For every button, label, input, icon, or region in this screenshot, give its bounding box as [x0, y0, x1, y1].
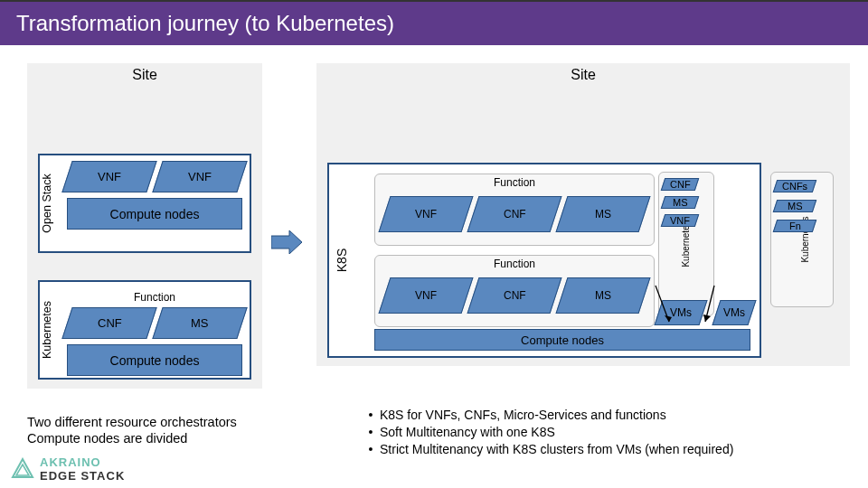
right-site-panel: Site K8S Function VNF CNF MS Function VN… [316, 63, 850, 366]
compute-nodes-bar: Compute nodes [67, 198, 242, 230]
bullet-row: •K8S for VNFs, CNFs, Micro-Services and … [362, 407, 733, 424]
svg-marker-5 [13, 459, 33, 477]
function-label: Function [375, 174, 654, 189]
k8s-box: K8S Function VNF CNF MS Function VNF CNF… [327, 163, 761, 358]
bullet-row: •Strict Multitenancy with K8S clusters f… [362, 441, 733, 458]
cnf-box: CNF [61, 307, 156, 339]
compute-nodes-bar: Compute nodes [374, 329, 750, 351]
right-site-label: Site [316, 63, 850, 87]
logo-text: EDGE STACK [40, 469, 125, 483]
svg-marker-0 [271, 230, 302, 254]
left-site-panel: Site Open Stack VNF VNF Compute nodes Ku… [27, 63, 262, 389]
caption-line: Compute nodes are divided [27, 430, 237, 446]
page-title: Transformation journey (to Kubernetes) [0, 0, 868, 45]
right-bullets: •K8S for VNFs, CNFs, Micro-Services and … [362, 407, 733, 458]
bullet-row: •Soft Multitenancy with one K8S [362, 424, 733, 441]
function-label: Function [67, 291, 242, 304]
left-caption: Two different resource orchestrators Com… [27, 414, 237, 446]
k8s-vlabel: K8S [335, 242, 349, 278]
vnf-box: VNF [661, 214, 700, 227]
caption-line: Two different resource orchestrators [27, 414, 237, 430]
vnf-box: VNF [379, 196, 474, 232]
cnfs-box: CNFs [773, 180, 817, 192]
function-label: Function [375, 256, 654, 270]
vnf-box: VNF [152, 161, 247, 192]
function-group: Function VNF CNF MS [374, 174, 655, 246]
logo-text: AKRAINO [40, 455, 125, 469]
ms-box: MS [152, 307, 247, 339]
cnf-box: CNF [467, 277, 562, 314]
openstack-vlabel: Open Stack [41, 158, 53, 249]
fn-box: Fn [773, 220, 817, 232]
compute-nodes-bar: Compute nodes [67, 344, 242, 376]
kubernetes-cluster-outer: Kubernetes CNFs MS Fn [770, 172, 834, 307]
akraino-logo: AKRAINO EDGE STACK [11, 455, 125, 483]
ms-box: MS [556, 196, 651, 232]
openstack-box: Open Stack VNF VNF Compute nodes [38, 154, 251, 253]
ms-box: MS [556, 277, 651, 314]
kubernetes-left-box: Kubernetes Function CNF MS Compute nodes [38, 280, 251, 380]
logo-icon [11, 457, 34, 481]
function-group: Function VNF CNF MS [374, 255, 655, 327]
transform-arrow-icon [271, 230, 302, 254]
cnf-box: CNF [661, 178, 700, 191]
left-site-label: Site [27, 63, 262, 87]
vnf-box: VNF [379, 277, 474, 314]
cnf-box: CNF [467, 196, 562, 232]
arrow-lines-icon [651, 286, 723, 331]
ms-box: MS [661, 196, 700, 209]
vnf-box: VNF [61, 161, 156, 192]
kubernetes-vlabel: Kubernetes [41, 285, 53, 375]
ms-box: MS [773, 200, 817, 212]
svg-marker-4 [703, 314, 711, 322]
